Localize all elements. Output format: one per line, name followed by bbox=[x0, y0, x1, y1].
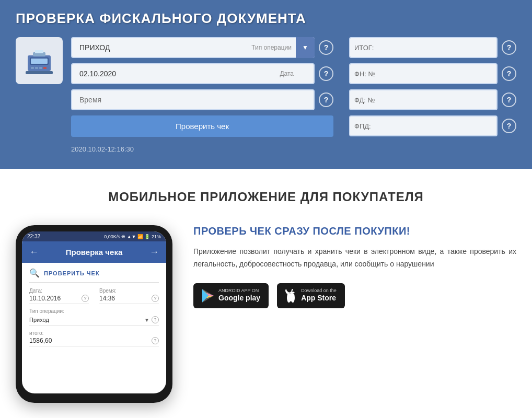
phone-content: 🔍 ПРОВЕРИТЬ ЧЕК Дата: 10.10.2016 ? bbox=[22, 263, 166, 352]
app-promo: 22:32 0,00K/s ❋ ▲▼ 📶 🔋 21% ← Проверка че… bbox=[16, 225, 516, 403]
bottom-section: МОБИЛЬНОЕ ПРИЛОЖЕНИЕ ДЛЯ ПОКУПАТЕЛЯ 22:3… bbox=[0, 169, 532, 418]
phone-itog-help[interactable]: ? bbox=[152, 337, 159, 344]
fpd-help-button[interactable]: ? bbox=[502, 119, 516, 133]
date-field[interactable]: Дата bbox=[71, 63, 315, 84]
right-fields: ИТОГ: ? ФН: № ? ФД: № ? bbox=[349, 37, 516, 136]
promo-description: Приложение позволит получать и хранить ч… bbox=[193, 246, 516, 271]
cash-register-icon bbox=[16, 37, 63, 84]
phone-itog-value: 1586,60 ? bbox=[29, 337, 159, 346]
phone-search-icon: 🔍 bbox=[29, 268, 40, 278]
app-store-text: Download on the App Store bbox=[301, 288, 337, 303]
store-buttons: ANDROID APP ON Google play Download on t… bbox=[193, 283, 516, 308]
app-store-large: App Store bbox=[301, 293, 336, 303]
phone-screen: 22:32 0,00K/s ❋ ▲▼ 📶 🔋 21% ← Проверка че… bbox=[22, 231, 166, 393]
promo-text: ПРОВЕРЬ ЧЕК СРАЗУ ПОСЛЕ ПОКУПКИ! Приложе… bbox=[193, 225, 516, 308]
phone-itog-group: итого: 1586,60 ? bbox=[29, 330, 159, 346]
left-fields: ПРИХОД РАСХОД ВОЗВРАТ ПРИХОДА ВОЗВРАТ РА… bbox=[71, 37, 333, 153]
phone-status-right: 0,00K/s ❋ ▲▼ 📶 🔋 21% bbox=[104, 234, 161, 239]
phone-itog-label: итого: bbox=[29, 330, 159, 336]
check-button-row: Проверить чек bbox=[71, 115, 333, 137]
phone-time-value: 14:36 ? bbox=[99, 295, 159, 304]
promo-heading: ПРОВЕРЬ ЧЕК СРАЗУ ПОСЛЕ ПОКУПКИ! bbox=[193, 225, 516, 237]
fd-input[interactable] bbox=[349, 89, 498, 110]
timestamp: 2020.10.02-12:16:30 bbox=[71, 145, 333, 153]
section-title: МОБИЛЬНОЕ ПРИЛОЖЕНИЕ ДЛЯ ПОКУПАТЕЛЯ bbox=[16, 190, 516, 204]
svg-rect-4 bbox=[35, 67, 38, 69]
phone-search-row: 🔍 ПРОВЕРИТЬ ЧЕК bbox=[29, 268, 159, 283]
form-area: ПРИХОД РАСХОД ВОЗВРАТ ПРИХОДА ВОЗВРАТ РА… bbox=[16, 37, 516, 153]
phone-op-dropdown-icon: ▼ bbox=[144, 317, 149, 323]
phone-header-title: Проверка чека bbox=[66, 248, 123, 257]
svg-rect-8 bbox=[35, 50, 43, 53]
fn-help-button[interactable]: ? bbox=[502, 66, 516, 81]
date-row: Дата ? bbox=[71, 63, 333, 84]
fd-field[interactable]: ФД: № bbox=[349, 89, 498, 110]
phone-date-label: Дата: bbox=[29, 288, 89, 294]
phone-date-time-group: Дата: 10.10.2016 ? Время: 14:36 ? bbox=[29, 288, 159, 304]
apple-icon bbox=[285, 289, 297, 303]
itog-help-button[interactable]: ? bbox=[502, 40, 516, 55]
phone-back-icon[interactable]: ← bbox=[29, 247, 39, 258]
fpd-row: ФПД: ? bbox=[349, 115, 516, 136]
phone-status-bar: 22:32 0,00K/s ❋ ▲▼ 📶 🔋 21% bbox=[22, 231, 166, 241]
time-field[interactable] bbox=[71, 89, 315, 110]
google-play-text: ANDROID APP ON Google play bbox=[218, 288, 260, 303]
phone-status-icons: 0,00K/s ❋ ▲▼ 📶 🔋 21% bbox=[104, 234, 161, 239]
left-panel: ПРИХОД РАСХОД ВОЗВРАТ ПРИХОДА ВОЗВРАТ РА… bbox=[16, 37, 333, 153]
time-help-button[interactable]: ? bbox=[319, 92, 333, 107]
phone-mockup: 22:32 0,00K/s ❋ ▲▼ 📶 🔋 21% ← Проверка че… bbox=[16, 225, 172, 403]
phone-status-time: 22:32 bbox=[27, 234, 40, 239]
operation-type-row: ПРИХОД РАСХОД ВОЗВРАТ ПРИХОДА ВОЗВРАТ РА… bbox=[71, 37, 333, 58]
page-title: ПРОВЕРКА ФИСКАЛЬНОГО ДОКУМЕНТА bbox=[16, 10, 516, 27]
fpd-field[interactable]: ФПД: bbox=[349, 115, 498, 136]
phone-search-label: ПРОВЕРИТЬ ЧЕК bbox=[44, 270, 100, 276]
operation-type-select[interactable]: ПРИХОД РАСХОД ВОЗВРАТ ПРИХОДА ВОЗВРАТ РА… bbox=[71, 37, 315, 58]
itog-input[interactable] bbox=[349, 37, 498, 58]
phone-date-value: 10.10.2016 ? bbox=[29, 295, 89, 304]
phone-header: ← Проверка чека → bbox=[22, 241, 166, 263]
svg-rect-9 bbox=[26, 71, 53, 74]
fpd-input[interactable] bbox=[349, 115, 498, 136]
phone-op-help[interactable]: ? bbox=[152, 316, 159, 323]
svg-rect-5 bbox=[39, 67, 42, 69]
phone-op-type-value: Приход ▼ ? bbox=[29, 316, 159, 326]
time-input[interactable] bbox=[71, 89, 315, 110]
phone-time-label: Время: bbox=[99, 288, 159, 294]
date-help-button[interactable]: ? bbox=[319, 66, 333, 81]
operation-type-field[interactable]: ПРИХОД РАСХОД ВОЗВРАТ ПРИХОДА ВОЗВРАТ РА… bbox=[71, 37, 315, 58]
google-play-small: ANDROID APP ON bbox=[218, 288, 259, 293]
phone-forward-icon[interactable]: → bbox=[149, 247, 159, 258]
check-button[interactable]: Проверить чек bbox=[71, 115, 333, 137]
svg-rect-3 bbox=[31, 67, 34, 69]
phone-time-item: Время: 14:36 ? bbox=[99, 288, 159, 304]
fn-field[interactable]: ФН: № bbox=[349, 63, 498, 84]
svg-rect-2 bbox=[31, 59, 48, 64]
date-input[interactable] bbox=[71, 63, 315, 84]
fd-help-button[interactable]: ? bbox=[502, 92, 516, 107]
google-play-icon bbox=[202, 288, 214, 303]
phone-date-help[interactable]: ? bbox=[82, 295, 89, 302]
phone-time-help[interactable]: ? bbox=[152, 295, 159, 302]
phone-op-type-group: Тип операции: Приход ▼ ? bbox=[29, 308, 159, 326]
app-store-button[interactable]: Download on the App Store bbox=[277, 283, 345, 308]
google-play-button[interactable]: ANDROID APP ON Google play bbox=[193, 283, 269, 308]
phone-op-type-label: Тип операции: bbox=[29, 308, 159, 314]
phone-date-item: Дата: 10.10.2016 ? bbox=[29, 288, 89, 304]
time-row: ? bbox=[71, 89, 333, 110]
operation-type-help-button[interactable]: ? bbox=[319, 40, 333, 55]
top-section: ПРОВЕРКА ФИСКАЛЬНОГО ДОКУМЕНТА bbox=[0, 0, 532, 169]
fn-input[interactable] bbox=[349, 63, 498, 84]
itog-row: ИТОГ: ? bbox=[349, 37, 516, 58]
svg-rect-6 bbox=[43, 67, 47, 69]
itog-field[interactable]: ИТОГ: bbox=[349, 37, 498, 58]
fn-row: ФН: № ? bbox=[349, 63, 516, 84]
google-play-large: Google play bbox=[218, 293, 260, 303]
app-store-small: Download on the bbox=[301, 288, 337, 293]
fd-row: ФД: № ? bbox=[349, 89, 516, 110]
